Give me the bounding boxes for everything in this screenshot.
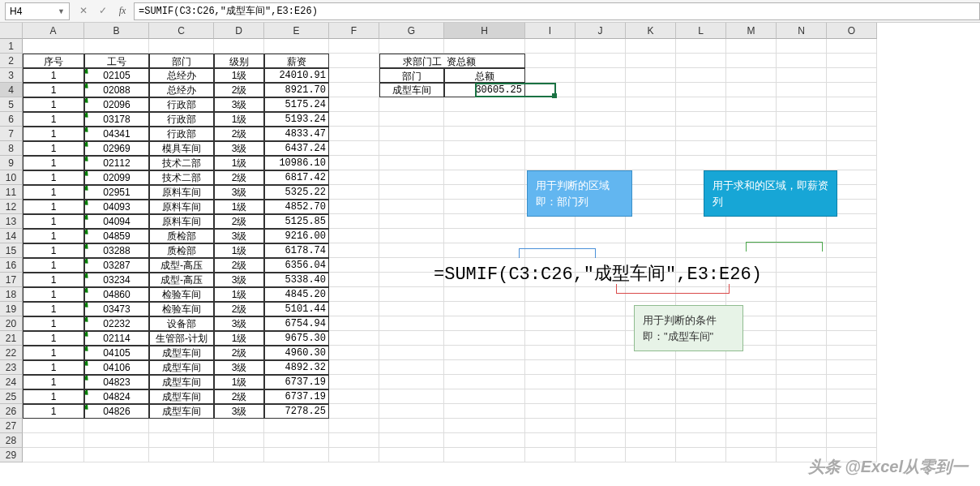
cell[interactable]: [576, 229, 626, 243]
cell[interactable]: [676, 141, 726, 156]
cell[interactable]: [777, 112, 827, 127]
cell[interactable]: [726, 141, 777, 156]
table-cell[interactable]: 3级: [214, 97, 264, 112]
cell[interactable]: [264, 433, 329, 448]
cell[interactable]: [329, 389, 379, 404]
cell[interactable]: [379, 331, 444, 346]
table-cell[interactable]: 4833.47: [264, 127, 329, 141]
table-cell[interactable]: 8921.70: [264, 83, 329, 97]
col-header-K[interactable]: K: [626, 23, 676, 39]
table-cell[interactable]: 04106: [84, 360, 149, 375]
cell[interactable]: [444, 448, 525, 462]
cell[interactable]: [329, 170, 379, 185]
cell[interactable]: [676, 156, 726, 170]
cell[interactable]: [827, 419, 877, 433]
cell[interactable]: [149, 39, 214, 54]
cell[interactable]: [626, 185, 676, 200]
cell[interactable]: [777, 68, 827, 83]
col-header-M[interactable]: M: [726, 23, 777, 39]
cell[interactable]: [444, 316, 525, 331]
cell[interactable]: [726, 433, 777, 448]
table-cell[interactable]: 02088: [84, 83, 149, 97]
cell[interactable]: [576, 375, 626, 389]
table-cell[interactable]: 2级: [214, 389, 264, 404]
cell[interactable]: [827, 229, 877, 243]
table-cell[interactable]: 成型车间: [149, 404, 214, 419]
row-header[interactable]: 28: [0, 433, 23, 448]
cell[interactable]: [777, 404, 827, 419]
cell[interactable]: [444, 185, 525, 200]
cell[interactable]: [264, 448, 329, 462]
row-header[interactable]: 20: [0, 316, 23, 331]
row-header[interactable]: 14: [0, 229, 23, 243]
cell[interactable]: [444, 97, 525, 112]
cell[interactable]: [827, 127, 877, 141]
table-cell[interactable]: 04860: [84, 287, 149, 302]
cell[interactable]: [329, 229, 379, 243]
cell[interactable]: [264, 419, 329, 433]
table-cell[interactable]: 1: [23, 127, 84, 141]
cell[interactable]: [525, 360, 576, 375]
table-cell[interactable]: 成型车间: [149, 360, 214, 375]
cell[interactable]: [777, 287, 827, 302]
cell[interactable]: [777, 127, 827, 141]
table-cell[interactable]: 成型车间: [149, 389, 214, 404]
row-header[interactable]: 26: [0, 404, 23, 419]
table-cell[interactable]: 行政部: [149, 112, 214, 127]
cell[interactable]: [777, 375, 827, 389]
cell[interactable]: [329, 214, 379, 229]
col-header-G[interactable]: G: [379, 23, 444, 39]
cell[interactable]: [576, 97, 626, 112]
col-header-L[interactable]: L: [676, 23, 726, 39]
cell[interactable]: [379, 127, 444, 141]
table-cell[interactable]: 技术二部: [149, 156, 214, 170]
cell[interactable]: [676, 68, 726, 83]
table-cell[interactable]: 1: [23, 229, 84, 243]
cell[interactable]: [827, 68, 877, 83]
cell[interactable]: [23, 419, 84, 433]
cell[interactable]: [329, 448, 379, 462]
table-cell[interactable]: 1: [23, 360, 84, 375]
cell[interactable]: [827, 258, 877, 273]
cell[interactable]: [726, 375, 777, 389]
col-header-B[interactable]: B: [84, 23, 149, 39]
cell[interactable]: [676, 243, 726, 258]
cell[interactable]: [676, 112, 726, 127]
table-cell[interactable]: 24010.91: [264, 68, 329, 83]
col-header-I[interactable]: I: [525, 23, 576, 39]
cell[interactable]: [525, 346, 576, 360]
cell[interactable]: [626, 448, 676, 462]
cell[interactable]: [444, 346, 525, 360]
cell[interactable]: [827, 83, 877, 97]
cell[interactable]: [525, 156, 576, 170]
table-cell[interactable]: 2级: [214, 214, 264, 229]
table-cell[interactable]: 1: [23, 200, 84, 214]
table-cell[interactable]: 1: [23, 83, 84, 97]
row-header[interactable]: 6: [0, 112, 23, 127]
table-cell[interactable]: 3级: [214, 141, 264, 156]
cell[interactable]: [777, 83, 827, 97]
table-cell[interactable]: 2级: [214, 170, 264, 185]
cell[interactable]: [379, 346, 444, 360]
cell[interactable]: [329, 404, 379, 419]
table-cell[interactable]: 1: [23, 273, 84, 287]
table-cell[interactable]: 1: [23, 389, 84, 404]
table-cell[interactable]: 6754.94: [264, 316, 329, 331]
cell[interactable]: [676, 360, 726, 375]
cell[interactable]: [444, 156, 525, 170]
cell[interactable]: [379, 141, 444, 156]
cell[interactable]: [329, 185, 379, 200]
table-cell[interactable]: 04859: [84, 229, 149, 243]
cell[interactable]: [726, 404, 777, 419]
table-cell[interactable]: 5175.24: [264, 97, 329, 112]
cell[interactable]: [626, 83, 676, 97]
summary-title[interactable]: 资总额: [444, 54, 525, 68]
cell[interactable]: [827, 97, 877, 112]
table-cell[interactable]: 02114: [84, 331, 149, 346]
row-header[interactable]: 4: [0, 83, 23, 97]
summary-header[interactable]: 部门: [379, 68, 444, 83]
cell[interactable]: [626, 170, 676, 185]
fx-icon[interactable]: fx: [113, 2, 131, 20]
col-header-F[interactable]: F: [329, 23, 379, 39]
cell[interactable]: [626, 54, 676, 68]
